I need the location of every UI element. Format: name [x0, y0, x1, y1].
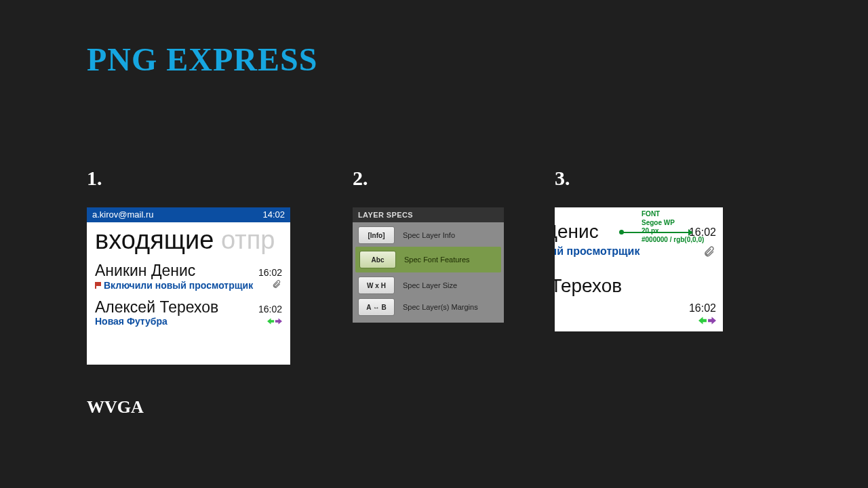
spec-annotation: FONT Segoe WP 20 px #000000 / rgb(0,0,0) — [642, 210, 704, 244]
spec-heading: FONT — [642, 210, 704, 219]
panel-spec-preview: Денис овый просмотрщик й Терехов а 16:02… — [555, 207, 723, 331]
preview-sender-1: Денис — [555, 221, 599, 243]
spec-row-size[interactable]: W x H Spec Layer Size — [358, 277, 498, 294]
preview-time-2: 16:02 — [689, 302, 716, 314]
mail-item: Алексей Терехов 16:02 Новая Футубра — [87, 291, 290, 327]
panel-layer-specs: LAYER SPECS [Info] Spec Layer Info Abc S… — [353, 207, 504, 323]
mail-subject: Новая Футубра — [95, 316, 167, 327]
statusbar: a.kirov@mail.ru 14:02 — [87, 207, 290, 222]
mail-tabs: входящие отпр — [87, 222, 290, 255]
spec-connector-dot — [619, 230, 624, 235]
spec-connector — [621, 230, 692, 235]
tab-inbox: входящие — [95, 226, 214, 254]
spec-info-button[interactable]: [Info] — [358, 226, 395, 244]
sender-name: Алексей Терехов — [95, 298, 218, 317]
spec-font-label: Spec Font Features — [396, 251, 470, 268]
spec-row-font[interactable]: Abc Spec Font Features — [355, 247, 501, 272]
step-2-label: 2. — [353, 167, 368, 190]
preview-sender-2: й Терехов — [555, 275, 622, 297]
mail-time: 16:02 — [258, 304, 282, 314]
subject-text: Включили новый просмотрщик — [104, 280, 253, 291]
reply-forward-icon — [267, 317, 282, 325]
subject-text: Новая Футубра — [95, 316, 167, 327]
attachment-icon — [271, 279, 282, 291]
step-3-label: 3. — [555, 167, 570, 190]
account-email: a.kirov@mail.ru — [92, 209, 154, 220]
spec-info-label: Spec Layer Info — [395, 226, 455, 244]
panel-title: LAYER SPECS — [353, 207, 504, 222]
tab-sent: отпр — [221, 226, 275, 254]
mail-subject: Включили новый просмотрщик — [95, 280, 253, 291]
spec-font-family: Segoe WP — [642, 219, 704, 228]
spec-size-button[interactable]: W x H — [358, 277, 395, 294]
spec-row-info[interactable]: [Info] Spec Layer Info — [358, 226, 498, 244]
mail-time: 16:02 — [258, 267, 282, 278]
spec-size-label: Spec Layer Size — [395, 277, 457, 294]
step-1-label: 1. — [87, 167, 102, 190]
reply-forward-icon — [698, 316, 716, 325]
spec-font-button[interactable]: Abc — [359, 251, 396, 268]
spec-row-margins[interactable]: A ↔ B Spec Layer(s) Margins — [358, 298, 498, 316]
spec-margins-button[interactable]: A ↔ B — [358, 298, 395, 316]
panel-email-mock: a.kirov@mail.ru 14:02 входящие отпр Аник… — [87, 207, 290, 365]
resolution-label: WVGA — [87, 397, 144, 418]
spec-margins-label: Spec Layer(s) Margins — [395, 298, 478, 316]
page-title: PNG EXPRESS — [87, 41, 317, 78]
sender-name: Аникин Денис — [95, 262, 195, 280]
clock: 14:02 — [262, 209, 285, 220]
attachment-icon — [703, 245, 716, 260]
flag-icon — [95, 282, 101, 289]
mail-item: Аникин Денис 16:02 Включили новый просмо… — [87, 255, 290, 291]
spec-color: #000000 / rgb(0,0,0) — [642, 236, 704, 245]
preview-subject-1: овый просмотрщик — [555, 245, 639, 258]
